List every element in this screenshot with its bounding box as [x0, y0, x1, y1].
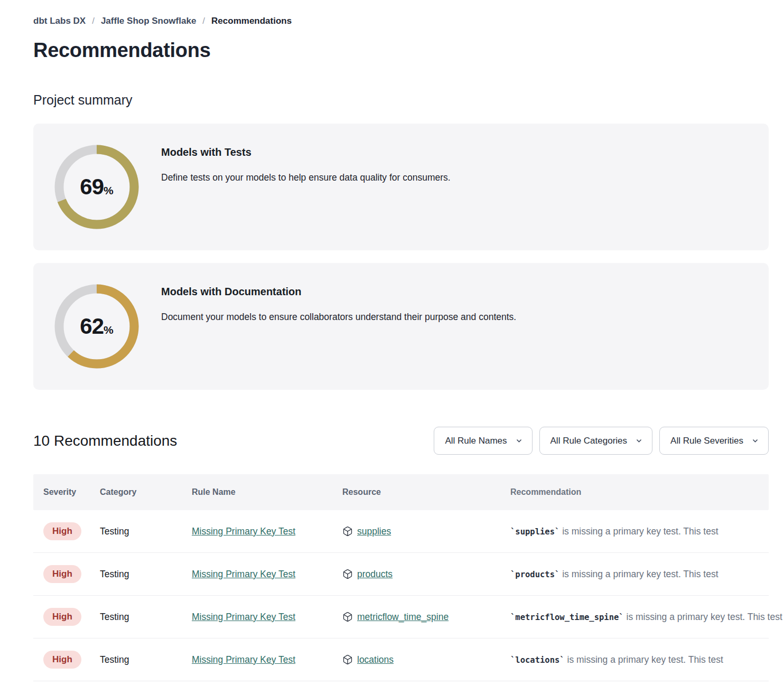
recommendations-table: Severity Category Rule Name Resource Rec…: [33, 474, 769, 681]
filter-label: All Rule Names: [445, 436, 507, 446]
recommendation-text: is missing a primary key test. This test: [559, 569, 718, 579]
table-row: High Testing Missing Primary Key Test pr…: [33, 553, 769, 596]
model-cube-icon: [342, 654, 353, 665]
card-title-models-with-tests: Models with Tests: [161, 146, 451, 158]
filter-rule-severities-dropdown[interactable]: All Rule Severities: [659, 427, 769, 455]
recommendation-cell: `metricflow_time_spine` is missing a pri…: [510, 612, 784, 623]
filter-label: All Rule Categories: [550, 436, 628, 446]
percent-sign: %: [104, 324, 114, 336]
category-cell: Testing: [100, 654, 192, 665]
severity-badge: High: [43, 565, 81, 583]
percent-value: 69: [80, 174, 104, 200]
breadcrumb-item-current: Recommendations: [211, 16, 292, 26]
category-cell: Testing: [100, 612, 192, 623]
rule-name-link[interactable]: Missing Primary Key Test: [192, 569, 295, 579]
resource-link[interactable]: locations: [357, 654, 394, 665]
card-title-models-with-documentation: Models with Documentation: [161, 286, 516, 298]
filter-bar: All Rule Names All Rule Categories All R…: [434, 427, 769, 455]
column-header-resource: Resource: [342, 487, 510, 497]
resource-link[interactable]: products: [357, 569, 393, 580]
column-header-severity: Severity: [33, 487, 100, 497]
resource-code: `supplies`: [510, 527, 559, 537]
project-summary-heading: Project summary: [33, 92, 769, 108]
severity-badge: High: [43, 651, 81, 669]
breadcrumb-item-account[interactable]: dbt Labs DX: [33, 16, 86, 26]
severity-badge: High: [43, 608, 81, 626]
page-title: Recommendations: [33, 39, 769, 62]
model-cube-icon: [342, 612, 353, 622]
chevron-down-icon: [516, 437, 522, 444]
tests-donut-chart: 69 %: [54, 145, 139, 229]
breadcrumb-separator: /: [92, 16, 95, 26]
resource-link[interactable]: supplies: [357, 526, 391, 537]
column-header-rule-name: Rule Name: [192, 487, 342, 497]
documentation-donut-chart: 62 %: [54, 284, 139, 369]
column-header-category: Category: [100, 487, 192, 497]
recommendation-text: is missing a primary key test. This test: [624, 612, 782, 622]
filter-rule-names-dropdown[interactable]: All Rule Names: [434, 427, 532, 455]
rule-name-link[interactable]: Missing Primary Key Test: [192, 654, 295, 665]
summary-card-tests: 69 % Models with Tests Define tests on y…: [33, 124, 769, 250]
card-description: Define tests on your models to help ensu…: [161, 172, 451, 183]
recommendation-cell: `supplies` is missing a primary key test…: [510, 526, 784, 537]
category-cell: Testing: [100, 526, 192, 537]
recommendations-count-heading: 10 Recommendations: [33, 433, 177, 449]
breadcrumb-item-project[interactable]: Jaffle Shop Snowflake: [101, 16, 196, 26]
chevron-down-icon: [752, 437, 759, 444]
filter-rule-categories-dropdown[interactable]: All Rule Categories: [539, 427, 653, 455]
rule-name-link[interactable]: Missing Primary Key Test: [192, 526, 295, 537]
percent-value: 62: [80, 314, 104, 339]
model-cube-icon: [342, 526, 353, 537]
table-header-row: Severity Category Rule Name Resource Rec…: [33, 474, 769, 510]
resource-code: `products`: [510, 570, 559, 579]
resource-code: `locations`: [510, 655, 565, 665]
chevron-down-icon: [636, 437, 642, 444]
rule-name-link[interactable]: Missing Primary Key Test: [192, 612, 295, 622]
breadcrumb: dbt Labs DX / Jaffle Shop Snowflake / Re…: [33, 16, 769, 26]
column-header-recommendation: Recommendation: [510, 487, 784, 497]
breadcrumb-separator: /: [202, 16, 205, 26]
recommendation-cell: `products` is missing a primary key test…: [510, 569, 784, 580]
table-row: High Testing Missing Primary Key Test me…: [33, 596, 769, 638]
percent-sign: %: [104, 184, 114, 197]
recommendation-text: is missing a primary key test. This test: [565, 654, 723, 665]
card-description: Document your models to ensure collabora…: [161, 312, 516, 323]
donut-percent-label: 69 %: [54, 145, 139, 229]
recommendation-cell: `locations` is missing a primary key tes…: [510, 654, 784, 665]
severity-badge: High: [43, 522, 81, 540]
model-cube-icon: [342, 569, 353, 579]
recommendations-page: dbt Labs DX / Jaffle Shop Snowflake / Re…: [0, 0, 784, 681]
resource-code: `metricflow_time_spine`: [510, 613, 624, 622]
recommendation-text: is missing a primary key test. This test: [559, 526, 718, 537]
resource-link[interactable]: metricflow_time_spine: [357, 612, 449, 623]
filter-label: All Rule Severities: [670, 436, 743, 446]
summary-card-documentation: 62 % Models with Documentation Document …: [33, 263, 769, 390]
table-row: High Testing Missing Primary Key Test lo…: [33, 638, 769, 681]
donut-percent-label: 62 %: [54, 284, 139, 369]
table-row: High Testing Missing Primary Key Test su…: [33, 510, 769, 553]
category-cell: Testing: [100, 569, 192, 580]
